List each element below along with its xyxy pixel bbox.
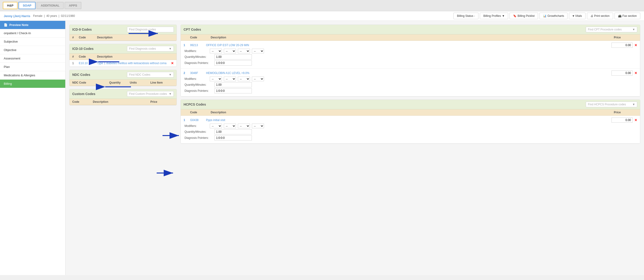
top-tabs: H&P SOAP ADDITIONAL APPS	[0, 0, 644, 11]
icd10-title: ICD-10 Codes	[72, 47, 94, 51]
icd9-header: ICD-9 Codes Find Diagnosis codes	[70, 25, 176, 35]
cpt-desc-1: OFFICE O/P EST LOW 20-29 MIN	[206, 44, 610, 47]
cpt-price-input-2[interactable]	[612, 71, 632, 76]
hcpcs-table-header: Code Description Price	[181, 109, 640, 116]
billing-status-button[interactable]: Billing Status -	[454, 13, 478, 19]
icd10-find-input[interactable]: Find Diagnosis codes ▼	[127, 46, 174, 52]
cpt-find-input[interactable]: Find CPT Procedure codes ▼	[586, 27, 637, 32]
custom-header: Custom Codes Find Custom Procedure codes…	[70, 89, 176, 99]
tab-apps[interactable]: APPS	[64, 2, 81, 9]
patient-name: Jenny (Jen) Harris	[4, 14, 30, 18]
custom-title: Custom Codes	[72, 92, 96, 96]
icd10-table-header: # Code Description	[70, 54, 176, 60]
sidebar-item-objective[interactable]: Objective	[0, 46, 65, 54]
icd10-delete-btn-1[interactable]: ✕	[171, 61, 174, 65]
icd9-section: ICD-9 Codes Find Diagnosis codes # Code …	[69, 25, 177, 41]
cpt-modifier-2a[interactable]: --AA	[210, 77, 222, 81]
hcpcs-header: HCPCS Codes Find HCPCS Procedure codes ▼	[181, 100, 640, 109]
cpt-modifier-1d[interactable]: --AAAB	[252, 49, 264, 53]
cpt-qty-input-1[interactable]	[214, 54, 252, 60]
cpt-modifier-1c[interactable]: --AAAB	[238, 49, 250, 53]
billing-profiles-button[interactable]: Billing Profiles ▼	[480, 13, 508, 19]
sidebar-item-subjective[interactable]: Subjective	[0, 38, 65, 46]
growthcharts-button[interactable]: 📊 Growthcharts	[540, 13, 568, 19]
preview-note-button[interactable]: 📄 Preview Note	[0, 21, 65, 29]
cpt-delete-btn-1[interactable]: ✕	[634, 43, 637, 47]
hcpcs-modifier-1a[interactable]: --AA	[210, 124, 222, 128]
content-area: ICD-9 Codes Find Diagnosis codes # Code …	[66, 21, 644, 275]
cpt-modifier-2d[interactable]: --AA	[252, 77, 264, 81]
hcpcs-modifier-1b[interactable]: --AA	[224, 124, 236, 128]
icd10-header: ICD-10 Codes Find Diagnosis codes ▼	[70, 44, 176, 54]
hcpcs-code-1: G0438	[190, 118, 204, 122]
cpt-entry-1: 1 99213 OFFICE O/P EST LOW 20-29 MIN ✕ M…	[181, 41, 640, 69]
hcpcs-modifier-1c[interactable]: --AA	[238, 124, 250, 128]
cpt-price-input-1[interactable]	[612, 43, 632, 48]
custom-section: Custom Codes Find Custom Procedure codes…	[69, 89, 177, 105]
sidebar: 📄 Preview Note onpatient / Check-In Subj…	[0, 21, 66, 275]
billing-picklist-button[interactable]: 🔖 Billing Picklist	[510, 13, 538, 19]
hcpcs-title: HCPCS Codes	[184, 103, 206, 106]
cpt-diag-input-1[interactable]	[214, 60, 252, 66]
ndc-table-header: NDC Code Quantity Units Line Item	[70, 80, 176, 86]
icd9-table-header: # Code Description	[70, 35, 176, 41]
custom-table-header: Code Description Price	[70, 99, 176, 105]
cpt-modifier-1b[interactable]: --AAAB	[224, 49, 236, 53]
hcpcs-qty-input-1[interactable]	[214, 129, 252, 134]
print-section-button[interactable]: 🖨 Print section	[587, 13, 613, 19]
hcpcs-entry-1: 1 G0438 Ppps initial visit ✕ Modifiers: …	[181, 116, 640, 144]
cpt-delete-btn-2[interactable]: ✕	[634, 71, 637, 75]
hcpcs-find-input[interactable]: Find HCPCS Procedure codes ▼	[586, 102, 637, 107]
ndc-section: NDC Codes Find NDC Codes ▼ NDC Code Quan…	[69, 70, 177, 86]
hcpcs-price-input-1[interactable]	[612, 118, 632, 123]
sidebar-item-medications[interactable]: Medications & Allergies	[0, 71, 65, 80]
tab-hp[interactable]: H&P	[3, 2, 18, 9]
hcpcs-desc-1: Ppps initial visit	[206, 118, 610, 122]
cpt-modifier-1a[interactable]: --AAAB	[210, 49, 222, 53]
cpt-title: CPT Codes	[184, 28, 201, 31]
main-layout: 📄 Preview Note onpatient / Check-In Subj…	[0, 21, 644, 275]
tab-soap[interactable]: SOAP	[18, 2, 36, 9]
tab-additional[interactable]: ADDITIONAL	[36, 2, 64, 9]
patient-info: Jenny (Jen) Harris Female | 40 years | 0…	[4, 14, 75, 18]
cpt-code-2: 3046F	[190, 71, 204, 75]
ndc-title: NDC Codes	[72, 73, 90, 77]
sidebar-item-plan[interactable]: Plan	[0, 63, 65, 71]
hcpcs-delete-btn-1[interactable]: ✕	[634, 118, 637, 122]
icd10-row-1: 1 E10.10 Type 1 diabetes mellitus with k…	[70, 60, 176, 67]
icd9-title: ICD-9 Codes	[72, 28, 92, 31]
right-column: CPT Codes Find CPT Procedure codes ▼ Cod…	[180, 25, 640, 271]
hcpcs-diag-input-1[interactable]	[214, 135, 252, 140]
cpt-header: CPT Codes Find CPT Procedure codes ▼	[181, 25, 640, 35]
hcpcs-section: HCPCS Codes Find HCPCS Procedure codes ▼…	[180, 100, 640, 144]
patient-gender: Female | 40 years | 02/11/1980	[33, 14, 75, 18]
cpt-diag-input-2[interactable]	[214, 88, 252, 93]
icd9-find-input[interactable]: Find Diagnosis codes	[127, 27, 174, 32]
cpt-section: CPT Codes Find CPT Procedure codes ▼ Cod…	[180, 25, 640, 97]
vitals-button[interactable]: ♥ Vitals	[569, 13, 585, 19]
cpt-entry-2: 2 3046F HEMOGLOBIN A1C LEVEL >9.0% ✕ Mod…	[181, 69, 640, 96]
hcpcs-modifier-1d[interactable]: --AA	[252, 124, 264, 128]
left-column: ICD-9 Codes Find Diagnosis codes # Code …	[69, 25, 177, 271]
ndc-find-input[interactable]: Find NDC Codes ▼	[127, 72, 174, 78]
cpt-table-header: Code Description Price	[181, 35, 640, 41]
cpt-modifier-2b[interactable]: --AA	[224, 77, 236, 81]
action-buttons: Billing Status - Billing Profiles ▼ 🔖 Bi…	[454, 13, 640, 19]
sidebar-item-assessment[interactable]: Assessment	[0, 54, 65, 63]
custom-find-input[interactable]: Find Custom Procedure codes ▼	[127, 91, 174, 97]
cpt-desc-2: HEMOGLOBIN A1C LEVEL >9.0%	[206, 71, 610, 75]
cpt-code-1: 99213	[190, 44, 204, 47]
fax-section-button[interactable]: 📠 Fax section	[614, 13, 640, 19]
cpt-qty-input-2[interactable]	[214, 82, 252, 87]
ndc-header: NDC Codes Find NDC Codes ▼	[70, 70, 176, 80]
sidebar-item-billing[interactable]: Billing	[0, 80, 65, 88]
sidebar-item-onpatient[interactable]: onpatient / Check-In	[0, 29, 65, 38]
cpt-modifier-2c[interactable]: --AA	[238, 77, 250, 81]
icd10-section: ICD-10 Codes Find Diagnosis codes ▼ # Co…	[69, 44, 177, 67]
